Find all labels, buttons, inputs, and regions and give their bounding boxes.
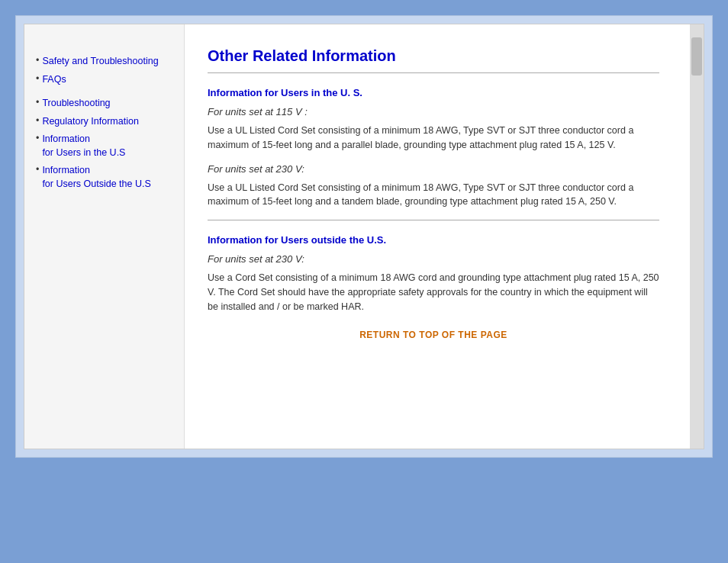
return-to-top-link[interactable]: RETURN TO TOP OF THE PAGE [359, 330, 507, 340]
section2-title: Information for Users outside the U.S. [208, 234, 659, 246]
section-users-outside-us: Information for Users outside the U.S. F… [208, 234, 659, 314]
sidebar-item-regulatory[interactable]: • Regulatory Information [36, 115, 176, 129]
section2-sub1-body: Use a Cord Set consisting of a minimum 1… [208, 271, 659, 314]
section1-title: Information for Users in the U. S. [208, 87, 659, 98]
outer-container: • Safety and Troubleshooting • FAQs • Tr… [15, 15, 713, 458]
sidebar-item-info-us[interactable]: • Information for Users in the U.S [36, 133, 176, 159]
section-users-us: Information for Users in the U. S. For u… [208, 87, 659, 209]
section2-sub1-italic: For units set at 230 V: [208, 253, 659, 265]
sidebar-link-faqs[interactable]: FAQs [42, 73, 66, 87]
sidebar-item-info-outside-us[interactable]: • Information for Users Outside the U.S [36, 164, 176, 191]
scrollbar[interactable] [690, 24, 704, 449]
bullet-icon: • [36, 97, 39, 108]
bullet-icon: • [36, 55, 39, 66]
section1-sub2-italic: For units set at 230 V: [208, 163, 659, 175]
sidebar-item-faqs[interactable]: • FAQs [36, 73, 176, 87]
bullet-icon: • [36, 133, 39, 143]
sidebar-link-troubleshooting[interactable]: Troubleshooting [42, 97, 110, 111]
sidebar-item-troubleshooting[interactable]: • Troubleshooting [36, 97, 176, 111]
inner-container: • Safety and Troubleshooting • FAQs • Tr… [24, 24, 704, 449]
sidebar-item-safety[interactable]: • Safety and Troubleshooting [36, 55, 176, 69]
sidebar-link-safety[interactable]: Safety and Troubleshooting [42, 55, 158, 69]
main-content: Other Related Information Information fo… [185, 24, 690, 449]
scrollbar-thumb[interactable] [691, 37, 702, 76]
bullet-icon: • [36, 73, 39, 84]
bullet-icon: • [36, 164, 39, 175]
top-divider [208, 72, 659, 73]
return-to-top[interactable]: RETURN TO TOP OF THE PAGE [208, 329, 659, 340]
sidebar: • Safety and Troubleshooting • FAQs • Tr… [24, 24, 185, 449]
sidebar-link-info-outside-us[interactable]: Information for Users Outside the U.S [42, 164, 150, 191]
bullet-icon: • [36, 115, 39, 126]
sidebar-link-info-us[interactable]: Information for Users in the U.S [42, 133, 125, 159]
section1-sub1-body: Use a UL Listed Cord Set consisting of a… [208, 124, 659, 153]
section1-sub2-body: Use a UL Listed Cord Set consisting of a… [208, 181, 659, 210]
sidebar-link-regulatory[interactable]: Regulatory Information [42, 115, 138, 129]
section1-sub1-italic: For units set at 115 V : [208, 106, 659, 117]
middle-divider [208, 220, 659, 220]
page-title: Other Related Information [208, 47, 659, 65]
